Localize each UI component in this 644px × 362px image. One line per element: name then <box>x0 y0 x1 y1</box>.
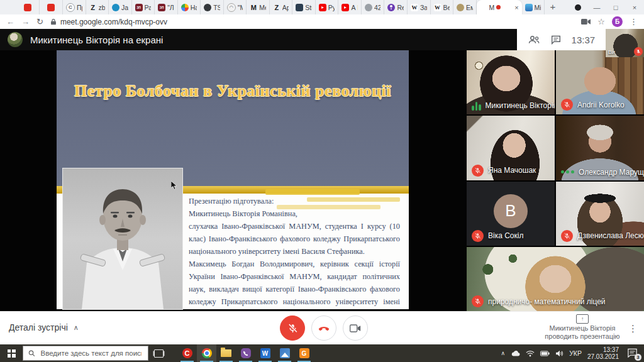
participant-nameplate: Яна Мачошак <box>472 165 536 177</box>
media-controls-button[interactable] <box>569 4 587 11</box>
photos-icon[interactable] <box>275 344 294 362</box>
camera-in-use-icon[interactable] <box>581 18 591 25</box>
mic-muted-icon <box>472 165 484 177</box>
browser-tab[interactable]: Stud <box>292 0 316 14</box>
selfview-muted-icon <box>634 47 643 56</box>
browser-tab[interactable]: ЗП Ракі <box>132 0 155 14</box>
browser-tab[interactable] <box>16 0 40 14</box>
meet-bottom-bar: Деталі зустрічі ∧ ↑ Микитинець Вікторія … <box>0 311 644 345</box>
search-icon <box>28 349 35 357</box>
participant-tile[interactable]: Яна Мачошак <box>467 116 555 180</box>
browser-profile-avatar[interactable]: Б <box>612 16 623 27</box>
tab-favicon <box>181 4 189 11</box>
browser-tab[interactable]: Рут <box>316 0 339 14</box>
chevron-up-icon: ∧ <box>74 324 79 332</box>
participant-tile[interactable]: В Віка Сокіл <box>467 182 555 246</box>
mic-muted-icon <box>561 99 573 111</box>
tab-close-icon[interactable]: × <box>514 4 518 11</box>
browser-tab[interactable]: TSPI <box>201 0 224 14</box>
chat-icon[interactable] <box>551 35 561 45</box>
taskbar-search[interactable] <box>23 346 148 361</box>
file-explorer-icon[interactable] <box>216 344 236 362</box>
tab-title: Рут <box>328 4 335 11</box>
browser-tab[interactable]: Міс <box>522 0 545 14</box>
search-input[interactable] <box>40 349 143 358</box>
participant-nameplate: Віка Сокіл <box>472 230 523 242</box>
volume-icon[interactable] <box>555 350 564 357</box>
participant-tile[interactable]: Олександр Марущенко <box>556 116 644 180</box>
reload-button[interactable]: ↻ <box>36 17 43 26</box>
wifi-icon[interactable] <box>526 350 535 357</box>
browser-tab[interactable] <box>40 0 63 14</box>
tray-expand-icon[interactable]: ∧ <box>501 350 506 356</box>
ccleaner-icon[interactable]: C <box>177 344 197 362</box>
taskbar-clock[interactable]: 13:37 27.03.2021 <box>587 346 619 360</box>
address-bar[interactable]: meet.google.com/kdq-mvcp-ovv <box>50 18 574 26</box>
browser-tab[interactable]: C Пре <box>63 0 86 14</box>
tab-favicon: ЗП <box>158 4 165 11</box>
action-center-icon[interactable]: 3 <box>627 348 639 359</box>
browser-tab[interactable]: M Мен <box>247 0 270 14</box>
browser-tab[interactable]: Reg <box>384 0 408 14</box>
gom-player-icon[interactable]: G <box>294 344 314 362</box>
start-button[interactable] <box>0 344 23 362</box>
tab-title: Вел <box>443 4 450 11</box>
presenting-status: ↑ Микитинець Вікторія проводить презента… <box>541 314 624 341</box>
minimize-button[interactable]: — <box>587 4 606 11</box>
language-indicator[interactable]: УКР <box>569 349 582 357</box>
tray-date: 27.03.2021 <box>587 353 619 360</box>
notification-badge: 3 <box>635 354 641 361</box>
tab-title: 42_1 <box>374 4 381 11</box>
browser-tab[interactable]: 42_1 <box>362 0 385 14</box>
tab-favicon <box>24 4 31 11</box>
browser-tab[interactable]: ◠ "Мі <box>224 0 247 14</box>
call-controls <box>280 315 368 341</box>
browser-tab[interactable]: М × <box>477 0 522 14</box>
participants-icon[interactable] <box>528 35 540 44</box>
camera-toggle-button[interactable] <box>343 315 368 341</box>
tab-title: А Р <box>351 4 358 11</box>
mic-muted-icon <box>472 230 484 242</box>
browser-tab[interactable]: Емі <box>453 0 477 14</box>
tab-recording-dot <box>496 5 501 9</box>
browser-tab[interactable]: Z Арх <box>270 0 293 14</box>
mic-toggle-button[interactable] <box>280 315 305 341</box>
chrome-icon[interactable] <box>197 344 216 362</box>
browser-tab[interactable]: Най <box>178 0 201 14</box>
presentation-title-bar: Микитинець Вікторія на екрані <box>30 35 163 45</box>
meeting-details-button[interactable]: Деталі зустрічі ∧ <box>9 322 79 332</box>
tab-favicon: ◠ <box>227 3 236 12</box>
participant-tile[interactable]: Микитинець Вікторія <box>467 50 555 114</box>
battery-icon[interactable] <box>540 351 550 356</box>
browser-tab[interactable]: W Зап <box>408 0 431 14</box>
bookmark-star-icon[interactable]: ☆ <box>597 17 605 26</box>
maximize-button[interactable]: □ <box>606 4 625 11</box>
participant-tile[interactable]: Дзвенислава Лесюк <box>556 182 644 246</box>
tab-favicon <box>296 4 303 11</box>
tab-favicon: ЗП <box>135 4 143 11</box>
viber-icon[interactable] <box>236 344 255 362</box>
participant-tile[interactable]: Andrii Korolko <box>556 50 644 114</box>
more-options-icon[interactable]: ⋮ <box>628 323 638 334</box>
browser-tab[interactable]: Z zbru <box>86 0 109 14</box>
participant-tile[interactable]: природничо- математичний ліцей <box>467 247 644 311</box>
browser-menu-icon[interactable]: ⋮ <box>630 17 638 26</box>
close-window-button[interactable]: × <box>625 4 644 11</box>
tab-favicon <box>341 4 349 11</box>
active-dots-icon <box>561 170 574 173</box>
browser-tab[interactable]: А Р <box>338 0 362 14</box>
selfview-tile[interactable]: Ви <box>606 29 644 57</box>
word-icon[interactable]: W <box>255 344 275 362</box>
forward-button[interactable]: → <box>21 17 30 26</box>
tab-title: Зап <box>420 4 427 11</box>
browser-tab[interactable]: W Вел <box>431 0 454 14</box>
back-button[interactable]: ← <box>6 17 14 26</box>
onedrive-cloud-icon[interactable] <box>511 350 520 356</box>
new-tab-button[interactable]: + <box>545 0 561 14</box>
hangup-button[interactable] <box>311 315 336 341</box>
browser-tab[interactable]: Janu <box>109 0 132 14</box>
browser-tab[interactable]: ЗП "Ле <box>155 0 178 14</box>
participant-name: Яна Мачошак <box>488 166 536 175</box>
task-view-button[interactable] <box>148 344 169 362</box>
slide-paragraph: слухачка Івано-Франківської МАНУМ, студе… <box>189 220 400 258</box>
